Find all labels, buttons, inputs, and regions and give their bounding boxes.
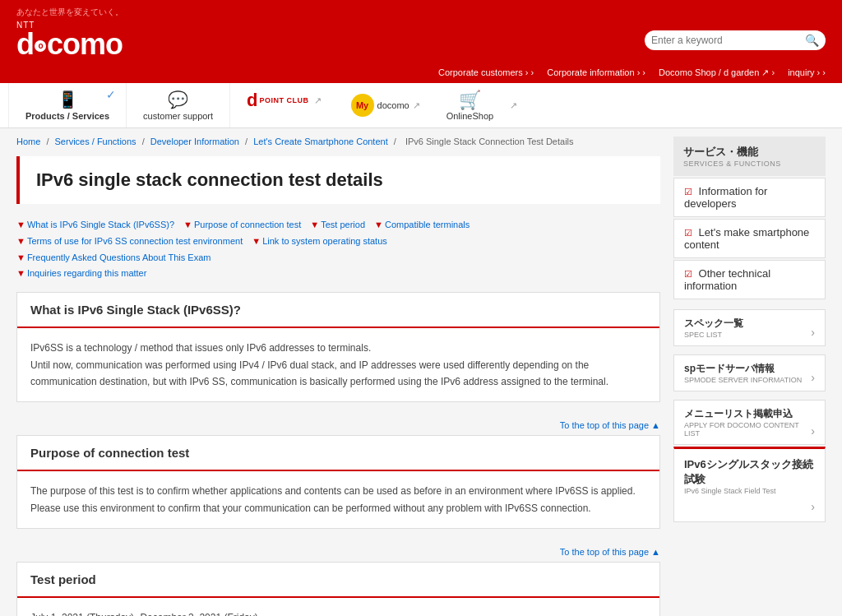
anchor-test-period[interactable]: Test period [321, 220, 365, 229]
sidebar-ipv6-title: IPv6シングルスタック接続試験 [684, 457, 815, 487]
section-what-is: What is IPv6 Single Stack (IPv6SS)? IPv6… [16, 292, 660, 402]
sidebar-item-technical[interactable]: ☑ Other technical information [673, 260, 826, 299]
main-nav: ✓ 📱 Products / Services 💬 customer suppo… [0, 83, 842, 128]
point-label: POINT CLUB [260, 96, 309, 104]
to-top-link-2[interactable]: To the top of this page ▲ [560, 547, 660, 557]
top-header: あなたと世界を変えていく。 NTT docomo 🔍 [0, 0, 842, 67]
sidebar-services-sub: SERVICES & FUNCTIONS [683, 160, 816, 168]
sidebar-item-smartphone[interactable]: ☑ Let's make smartphone content [673, 219, 826, 258]
anchor-purpose[interactable]: Purpose of connection test [194, 220, 301, 229]
sidebar-check-smartphone: ☑ [684, 228, 692, 238]
anchor-links: ▼What is IPv6 Single Stack (IPv6SS)? ▼Pu… [16, 217, 660, 282]
section-test-period-body: July 1, 2021 (Thursday) -December 3, 202… [17, 598, 659, 616]
breadcrumb-current: IPv6 Single Stack Connection Test Detail… [405, 137, 574, 146]
shop-ext-icon: ↗ [507, 97, 520, 114]
to-top-2[interactable]: To the top of this page ▲ [16, 542, 660, 562]
sidebar-item-technical-label: ☑ Other technical information [684, 267, 815, 292]
search-box[interactable]: 🔍 [645, 30, 826, 50]
nav-customer-support[interactable]: 💬 customer support [127, 83, 230, 127]
search-button[interactable]: 🔍 [805, 34, 819, 47]
to-top-link-1[interactable]: To the top of this page ▲ [560, 420, 660, 430]
online-shop-label: OnlineShop [446, 111, 494, 121]
anchor-faq[interactable]: Frequently Asked Questions About This Ex… [27, 252, 211, 262]
anchor-status[interactable]: Link to system operating status [262, 236, 387, 246]
breadcrumb-developer[interactable]: Developer Information [150, 137, 239, 146]
logo-o-circle: o [35, 40, 46, 52]
sidebar-ipv6-highlight[interactable]: IPv6シングルスタック接続試験 IPv6 Single Stack Field… [673, 447, 826, 522]
page-title: IPv6 single stack connection test detail… [36, 169, 644, 191]
secondary-nav: Corporate customers › Corporate informat… [0, 67, 842, 83]
nav-online-shop[interactable]: 🛒 OnlineShop [433, 83, 507, 127]
main-content: Home / Services / Functions / Developer … [16, 137, 660, 616]
sidebar-services-title: サービス・機能 [683, 145, 816, 160]
point-ext-icon: ↗ [314, 95, 322, 106]
sidebar-services-heading: サービス・機能 SERVICES & FUNCTIONS [673, 137, 826, 176]
sidebar-spec-sub: SPEC LIST [684, 331, 743, 339]
anchor-what-is[interactable]: What is IPv6 Single Stack (IPv6SS)? [27, 220, 174, 229]
nav-docomo-shop[interactable]: Docomo Shop / d garden ↗ [659, 67, 775, 78]
sidebar-check-developers: ☑ [684, 187, 692, 197]
cart-icon: 🛒 [459, 90, 481, 111]
breadcrumb-home[interactable]: Home [16, 137, 40, 146]
sidebar-menu-list[interactable]: メニューリスト掲載申込 APPLY FOR DOCOMO CONTENT LIS… [673, 400, 826, 445]
nav-products-label: Products / Services [25, 111, 109, 121]
section-purpose-title: Purpose of connection test [17, 436, 659, 471]
sidebar-spmode[interactable]: spモードサーバ情報 SPMODE SERVER INFORMATION › [673, 354, 826, 391]
breadcrumb-services[interactable]: Services / Functions [55, 137, 136, 146]
nav-corporate-customers[interactable]: Corporate customers › [438, 67, 534, 78]
nav-point-club[interactable]: d POINT CLUB ↗ [230, 83, 337, 127]
to-top-1[interactable]: To the top of this page ▲ [16, 415, 660, 435]
sidebar-ipv6-arrow: › [811, 500, 815, 513]
anchor-compatible[interactable]: Compatible terminals [385, 220, 470, 229]
sidebar-menu-title: メニューリスト掲載申込 [684, 407, 811, 421]
support-icon: 💬 [168, 90, 188, 109]
sidebar-spmode-sub: SPMODE SERVER INFORMATION [684, 376, 802, 384]
my-badge: My [351, 94, 374, 117]
my-docomo-label: docomo [377, 100, 409, 110]
sidebar-menu-sub: APPLY FOR DOCOMO CONTENT LIST [684, 421, 811, 438]
sidebar-spec-title: スペック一覧 [684, 317, 743, 331]
nav-my-docomo[interactable]: My docomo ↗ [338, 83, 433, 127]
logo[interactable]: NTT docomo [16, 21, 123, 59]
my-ext-icon: ↗ [413, 100, 420, 111]
sidebar-item-developers[interactable]: ☑ Information for developers [673, 178, 826, 217]
nav-support-label: customer support [143, 111, 213, 121]
dpoint-logo: d [247, 90, 257, 111]
sidebar-spec-list[interactable]: スペック一覧 SPEC LIST › [673, 309, 826, 346]
anchor-inquiries[interactable]: Inquiries regarding this matter [27, 268, 147, 278]
section-purpose-body: The purpose of this test is to confirm w… [17, 471, 659, 528]
section-test-period: Test period July 1, 2021 (Thursday) -Dec… [16, 562, 660, 616]
breadcrumb-smartphone[interactable]: Let's Create Smartphone Content [253, 137, 388, 146]
sidebar-spmode-arrow: › [811, 371, 815, 384]
sidebar-ipv6-sub: IPv6 Single Stack Field Test [684, 487, 815, 495]
nav-corporate-info[interactable]: Corporate information › [547, 67, 645, 78]
breadcrumb: Home / Services / Functions / Developer … [16, 137, 660, 146]
sidebar-item-smartphone-label: ☑ Let's make smartphone content [684, 226, 815, 251]
section-purpose: Purpose of connection test The purpose o… [16, 435, 660, 529]
sidebar-menu-arrow: › [811, 424, 815, 438]
check-icon: ✓ [106, 88, 116, 101]
logo-docomo: docomo [16, 30, 123, 59]
tagline: あなたと世界を変えていく。 [16, 7, 826, 18]
section-test-period-title: Test period [17, 563, 659, 598]
sidebar-check-technical: ☑ [684, 269, 692, 279]
anchor-terms[interactable]: Terms of use for IPv6 SS connection test… [27, 236, 243, 246]
nav-products-services[interactable]: ✓ 📱 Products / Services [8, 83, 127, 127]
section-what-is-body: IPv6SS is a technology / method that iss… [17, 328, 659, 401]
section-what-is-title: What is IPv6 Single Stack (IPv6SS)? [17, 293, 659, 328]
phone-icon: 📱 [58, 90, 78, 109]
sidebar-spmode-title: spモードサーバ情報 [684, 362, 802, 376]
page-title-block: IPv6 single stack connection test detail… [16, 156, 660, 204]
search-input[interactable] [651, 35, 805, 46]
sidebar-item-developers-label: ☑ Information for developers [684, 185, 815, 210]
content-area: Home / Services / Functions / Developer … [0, 128, 842, 616]
sidebar: サービス・機能 SERVICES & FUNCTIONS ☑ Informati… [673, 137, 826, 616]
nav-inquiry[interactable]: inquiry › [788, 67, 826, 78]
sidebar-spec-arrow: › [811, 326, 815, 339]
